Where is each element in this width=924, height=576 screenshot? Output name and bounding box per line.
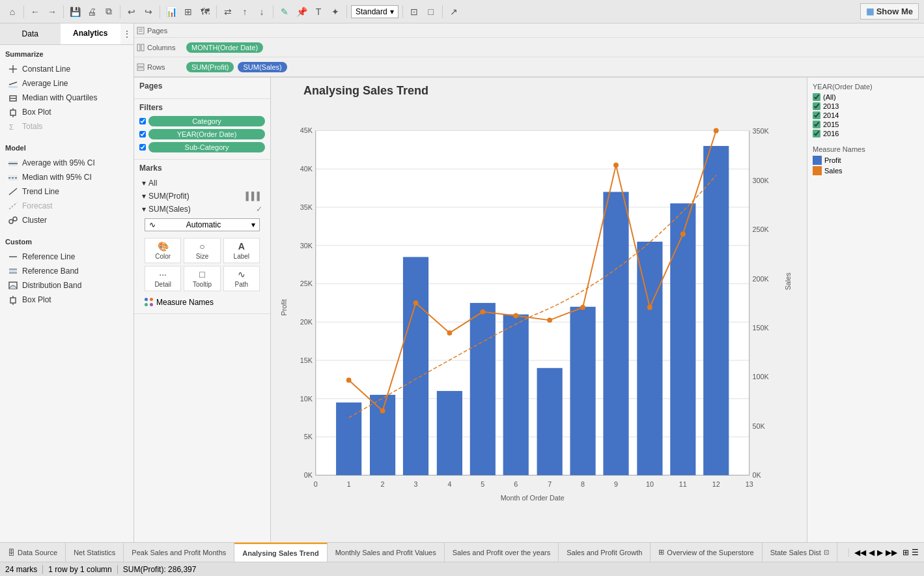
item-median-95ci[interactable]: Median with 95% CI (5, 170, 128, 184)
forward-icon[interactable]: → (45, 5, 59, 19)
svg-rect-19 (9, 269, 17, 273)
sort-desc-icon[interactable]: ↓ (255, 5, 269, 19)
tab-sales-profit-growth[interactable]: Sales and Profit Growth (559, 543, 651, 562)
rows-label: Rows (137, 63, 182, 71)
marks-size-btn[interactable]: ○ Size (184, 238, 220, 263)
sheet-nav-forward[interactable]: ▶ (877, 548, 883, 557)
item-trend-line[interactable]: Trend Line (5, 184, 128, 199)
item-cluster[interactable]: Cluster (5, 213, 128, 227)
marks-all-item[interactable]: ▾ All (139, 177, 265, 190)
sum-profit-info: SUM(Profit): 286,397 (123, 565, 197, 574)
legend-2013-checkbox[interactable] (813, 102, 820, 110)
marks-detail-btn[interactable]: ··· Detail (145, 266, 181, 291)
label-icon[interactable]: T (311, 5, 326, 19)
svg-rect-32 (137, 68, 144, 70)
filter-category-pill[interactable]: Category (148, 116, 265, 126)
columns-pill[interactable]: MONTH(Order Date) (186, 42, 263, 53)
marks-color-btn[interactable]: 🎨 Color (145, 238, 181, 263)
content-row: Pages Columns MONTH(Order Date) Rows SU (134, 23, 924, 542)
measure-names-item[interactable]: Measure Names (139, 295, 265, 310)
right-panel: YEAR(Order Date) (All) 2013 2014 (807, 78, 924, 542)
pin-icon[interactable]: 📌 (294, 5, 309, 19)
item-reference-line[interactable]: Reference Line (5, 250, 128, 264)
view-dropdown[interactable]: Standard ▾ (351, 5, 399, 18)
tab-net-statistics[interactable]: Net Statistics (66, 543, 124, 562)
fix-size-icon[interactable]: ⊡ (407, 5, 421, 19)
item-median-quartiles[interactable]: Median with Quartiles (5, 91, 128, 105)
data-point-2 (380, 408, 385, 413)
rows-row: Rows SUM(Profit) SUM(Sales) (134, 57, 924, 77)
item-constant-line[interactable]: Constant Line (5, 62, 128, 76)
tab-data[interactable]: Data (0, 23, 61, 44)
rows-pill-profit[interactable]: SUM(Profit) (186, 62, 234, 72)
table-icon[interactable]: ⊞ (181, 5, 195, 19)
svg-text:Month of Order Date: Month of Order Date (501, 494, 565, 502)
tooltip-square-icon: □ (199, 269, 204, 280)
legend-2016-checkbox[interactable] (813, 130, 820, 137)
item-avg-95ci[interactable]: Average with 95% CI (5, 156, 128, 170)
tab-peak-sales[interactable]: Peak Sales and Profit Months (124, 543, 234, 562)
tab-overview[interactable]: ⊞ Overview of the Superstore (651, 543, 762, 562)
shelf-area: Pages Columns MONTH(Order Date) Rows SU (134, 23, 924, 78)
show-me-button[interactable]: ▦ Show Me (860, 3, 919, 20)
undo-icon[interactable]: ↩ (124, 5, 139, 19)
tab-state-sales[interactable]: State Sales Dist ⊡ (763, 543, 837, 562)
item-reference-band[interactable]: Reference Band (5, 264, 128, 278)
bottom-sep-2 (117, 565, 118, 574)
grid-view-icon[interactable]: ⊞ (903, 548, 909, 557)
panel-menu-icon[interactable]: ⋮ (120, 23, 133, 44)
data-point-9 (613, 162, 619, 167)
color-icon[interactable]: ✎ (277, 5, 292, 19)
map-icon[interactable]: 🗺 (198, 5, 212, 19)
marks-profit-bar-icon: ▌▌▌ (245, 192, 262, 201)
print-icon[interactable]: 🖨 (85, 5, 99, 19)
sheet-nav-prev[interactable]: ◀◀ (854, 548, 866, 557)
tab-analysing-sales[interactable]: Analysing Sales Trend (234, 543, 327, 562)
swap-icon[interactable]: ⇄ (221, 5, 235, 19)
marks-type-dropdown[interactable]: ∿ Automatic ▾ (145, 218, 260, 231)
marks-path-btn[interactable]: ∿ Path (223, 266, 260, 291)
redo-icon[interactable]: ↪ (141, 5, 156, 19)
duplicate-icon[interactable]: ⧉ (102, 5, 116, 19)
legend-all-checkbox[interactable] (813, 93, 820, 101)
median-quartiles-icon (8, 93, 18, 103)
legend-2014-checkbox[interactable] (813, 111, 820, 119)
item-distribution-band[interactable]: Distribution Band (5, 278, 128, 293)
bottom-nav: 24 marks 1 row by 1 column SUM(Profit): … (0, 562, 924, 576)
middle-panel: Pages Filters Category YEAR(Order Date) (134, 78, 271, 542)
save-icon[interactable]: 💾 (68, 5, 82, 19)
device-icon[interactable]: □ (424, 5, 438, 19)
filter-subcategory-pill[interactable]: Sub-Category (148, 142, 265, 152)
filter-subcategory-checkbox[interactable] (139, 144, 146, 151)
marks-label-btn[interactable]: A Label (223, 238, 260, 263)
home-icon[interactable]: ⌂ (5, 5, 20, 19)
svg-text:0: 0 (314, 480, 318, 488)
back-icon[interactable]: ← (28, 5, 42, 19)
db-icon: 🗄 (8, 549, 15, 556)
filter-year-pill[interactable]: YEAR(Order Date) (148, 129, 265, 139)
avg-95ci-icon (8, 158, 18, 168)
share-icon[interactable]: ↗ (447, 5, 461, 19)
marks-sales-item[interactable]: ▾ SUM(Sales) ✓ (139, 203, 265, 216)
sort-asc-icon[interactable]: ↑ (238, 5, 252, 19)
list-view-icon[interactable]: ☰ (912, 548, 919, 557)
annotation-icon[interactable]: ✦ (328, 5, 343, 19)
legend-2015-checkbox[interactable] (813, 121, 820, 128)
rows-pill-sales[interactable]: SUM(Sales) (238, 62, 287, 72)
sheet-nav-back[interactable]: ◀ (869, 548, 875, 557)
sheet-nav-next[interactable]: ▶▶ (886, 548, 897, 557)
tab-sales-profit-years[interactable]: Sales and Profit over the years (445, 543, 559, 562)
chart-icon[interactable]: 📊 (164, 5, 178, 19)
tab-data-source[interactable]: 🗄 Data Source (0, 543, 66, 562)
item-box-plot-custom[interactable]: Box Plot (5, 293, 128, 307)
marks-profit-item[interactable]: ▾ SUM(Profit) ▌▌▌ (139, 190, 265, 203)
tab-monthly-sales[interactable]: Monthly Sales and Profit Values (328, 543, 445, 562)
item-average-line[interactable]: Average Line (5, 76, 128, 91)
box-plot-custom-label: Box Plot (22, 295, 51, 304)
tab-analytics[interactable]: Analytics (61, 23, 121, 44)
filter-category-checkbox[interactable] (139, 118, 146, 124)
marks-tooltip-btn[interactable]: □ Tooltip (184, 266, 220, 291)
item-box-plot-summarize[interactable]: Box Plot (5, 105, 128, 119)
toolbar-sep-4 (160, 5, 160, 18)
filter-year-checkbox[interactable] (139, 131, 146, 137)
